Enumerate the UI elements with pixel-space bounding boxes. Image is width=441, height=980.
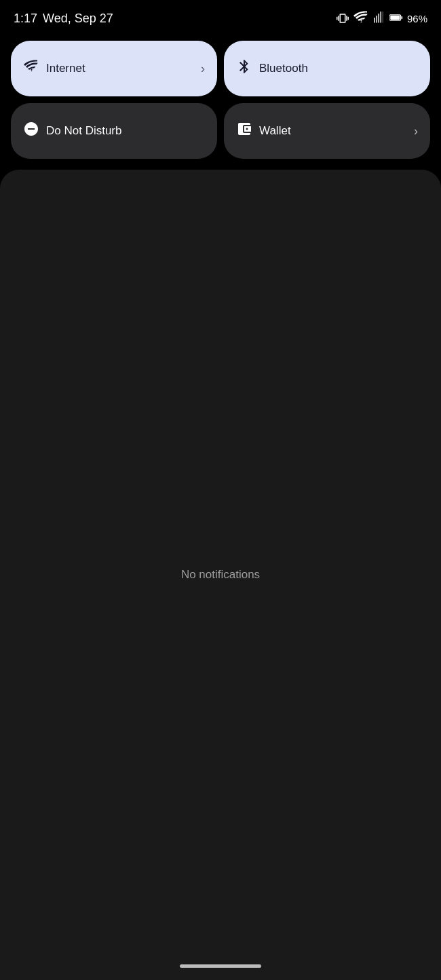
internet-chevron-icon: › xyxy=(201,62,205,76)
status-bar: 1:17 Wed, Sep 27 xyxy=(0,0,441,35)
wallet-tile-icon xyxy=(236,121,252,141)
internet-tile-label: Internet xyxy=(46,62,201,75)
wallet-tile-label: Wallet xyxy=(259,124,414,138)
status-time: 1:17 xyxy=(14,12,37,26)
bluetooth-tile-icon xyxy=(236,58,252,79)
status-bar-right: 96% xyxy=(337,10,427,28)
do-not-disturb-tile[interactable]: Do Not Disturb xyxy=(11,103,217,159)
status-bar-left: 1:17 Wed, Sep 27 xyxy=(14,12,113,26)
bluetooth-tile-label: Bluetooth xyxy=(259,62,418,75)
dnd-tile-icon xyxy=(23,121,39,141)
svg-rect-2 xyxy=(390,16,400,20)
dnd-tile-label: Do Not Disturb xyxy=(46,124,205,138)
wallet-chevron-icon: › xyxy=(414,124,418,138)
battery-percentage: 96% xyxy=(407,13,427,24)
home-indicator[interactable] xyxy=(180,964,261,968)
bluetooth-tile[interactable]: Bluetooth xyxy=(224,41,430,96)
notification-area: No notifications xyxy=(0,170,441,980)
svg-rect-1 xyxy=(401,16,402,18)
battery-icon xyxy=(389,12,403,26)
quick-tiles: Internet › Bluetooth Do Not Disturb Wall… xyxy=(0,35,441,167)
vibrate-icon xyxy=(337,12,349,24)
status-date: Wed, Sep 27 xyxy=(43,12,113,26)
wallet-tile[interactable]: Wallet › xyxy=(224,103,430,159)
signal-icon xyxy=(373,12,385,26)
no-notifications-text: No notifications xyxy=(181,568,260,582)
wifi-icon xyxy=(353,10,369,28)
wifi-tile-icon xyxy=(23,58,39,79)
internet-tile[interactable]: Internet › xyxy=(11,41,217,96)
